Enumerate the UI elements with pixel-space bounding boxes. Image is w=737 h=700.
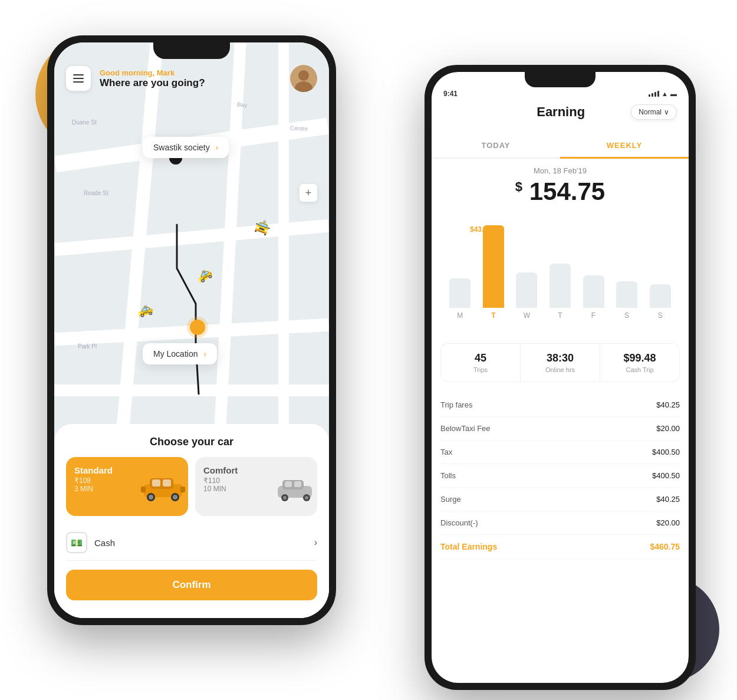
breakdown-row-tolls: Tolls $400.50 (440, 464, 680, 488)
breakdown-label-fee: BelowTaxi Fee (440, 424, 491, 433)
normal-badge-label: Normal (639, 108, 662, 116)
stat-online-value: 38:30 (527, 352, 594, 364)
bar-group-T1[interactable]: T (483, 225, 504, 320)
bar-F (583, 275, 604, 308)
breakdown-value-surge: $40.25 (656, 495, 680, 504)
tab-today[interactable]: TODAY (432, 134, 560, 157)
tabs-row: TODAY WEEKLY (432, 134, 689, 159)
car-comfort-name: Comfort (203, 465, 309, 475)
bar-T1 (483, 225, 504, 308)
chart-bars: M T W T F (443, 231, 677, 320)
svg-point-20 (305, 496, 308, 499)
bar-T2 (550, 264, 571, 308)
confirm-button[interactable]: Confirm (66, 570, 317, 600)
normal-badge[interactable]: Normal ∨ (631, 104, 677, 120)
zoom-button[interactable]: + (300, 184, 317, 202)
phones-container: Duane St Reade St Park Pl Bay Centre Swa… (47, 18, 696, 690)
location-top-arrow: › (216, 143, 219, 152)
location-card-top[interactable]: Swastik society › (143, 137, 229, 158)
signal-bar-1 (649, 94, 650, 97)
menu-button[interactable] (66, 66, 91, 91)
stats-row: 45 Trips 38:30 Online hrs $99.48 Cash Tr… (440, 343, 680, 382)
svg-rect-16 (294, 481, 301, 487)
svg-rect-5 (152, 479, 160, 487)
stat-trips: 45 Trips (441, 344, 521, 382)
bar-M (449, 278, 471, 308)
breakdown-label-total: Total Earnings (440, 542, 497, 551)
breakdown-label-discount: Discount(-) (440, 518, 478, 527)
bar-group-W: W (516, 272, 537, 320)
breakdown-label-tax: Tax (440, 448, 452, 456)
breakdown-label-surge: Surge (440, 495, 461, 504)
bar-day-S2: S (658, 311, 663, 320)
bar-day-S1: S (624, 311, 629, 320)
battery-icon: ▬ (670, 90, 677, 97)
signal-bar-3 (654, 92, 656, 97)
breakdown-label-tolls: Tolls (440, 471, 456, 480)
bar-S2 (650, 284, 671, 308)
svg-point-1 (298, 70, 309, 81)
chevron-down-icon: ∨ (664, 108, 669, 116)
car-standard-emoji (138, 472, 188, 511)
svg-rect-11 (141, 487, 146, 492)
bar-W (516, 272, 537, 308)
svg-rect-6 (163, 479, 171, 487)
breakdown-row-discount: Discount(-) $20.00 (440, 511, 680, 535)
menu-line-2 (73, 78, 84, 79)
header-text: Good morning, Mark Where are you going? (91, 68, 290, 89)
date-section: Mon, 18 Feb'19 $ 154.75 (443, 166, 677, 206)
breakdown-row-fares: Trip fares $40.25 (440, 393, 680, 417)
svg-point-18 (283, 496, 287, 499)
car-options: Standard ₹108 3 MIN (66, 457, 317, 516)
cash-icon: 💵 (66, 532, 87, 553)
breakdown-value-tolls: $400.50 (652, 471, 680, 480)
stat-trips-value: 45 (447, 352, 514, 364)
stat-cash-label: Cash Trip (606, 366, 673, 373)
user-avatar[interactable] (290, 65, 317, 92)
signal-bars (649, 91, 659, 97)
breakdown-value-fares: $40.25 (656, 400, 680, 409)
bar-group-S2: S (650, 284, 671, 320)
phone2-frame: 9:41 ▲ ▬ Earning Normal (425, 65, 696, 690)
signal-bar-4 (657, 91, 659, 97)
payment-row[interactable]: 💵 Cash › (66, 525, 317, 561)
breakdown-value-discount: $20.00 (656, 518, 680, 527)
svg-rect-15 (285, 481, 292, 487)
stat-cash: $99.48 Cash Trip (600, 344, 679, 382)
svg-rect-12 (180, 487, 185, 492)
breakdown-row-tax: Tax $400.50 (440, 441, 680, 464)
breakdown-table: Trip fares $40.25 BelowTaxi Fee $20.00 T… (440, 393, 680, 559)
user-name: Mark (157, 68, 175, 77)
amount-large: $ 154.75 (443, 178, 677, 206)
car-option-standard[interactable]: Standard ₹108 3 MIN (66, 457, 188, 516)
choose-car-title: Choose your car (66, 436, 317, 448)
status-time: 9:41 (443, 90, 458, 98)
stat-online: 38:30 Online hrs (521, 344, 600, 382)
breakdown-value-total: $460.75 (650, 542, 680, 551)
earning-header: Earning Normal ∨ (432, 104, 689, 120)
breakdown-row-fee: BelowTaxi Fee $20.00 (440, 417, 680, 441)
tab-weekly[interactable]: WEEKLY (560, 134, 689, 159)
bar-group-S1: S (616, 281, 637, 320)
stat-trips-label: Trips (447, 366, 514, 373)
location-top-text: Swastik society (153, 143, 210, 152)
cash-label: Cash (94, 538, 115, 548)
where-going-text: Where are you going? (100, 77, 290, 89)
location-card-bottom[interactable]: My Location › (143, 343, 217, 364)
bar-day-T2: T (558, 311, 562, 320)
map-pin-destination (190, 320, 205, 335)
phone1-screen: Duane St Reade St Park Pl Bay Centre Swa… (54, 42, 329, 618)
phone1-header: Good morning, Mark Where are you going? (66, 65, 317, 92)
greeting-prefix: Good morning, (100, 68, 154, 77)
stat-cash-value: $99.48 (606, 352, 673, 364)
car-comfort-emoji (273, 475, 317, 511)
car-option-comfort[interactable]: Comfort ₹110 10 MIN (195, 457, 317, 516)
payment-arrow: › (314, 537, 317, 548)
breakdown-value-tax: $400.50 (652, 448, 680, 456)
bottom-panel: Choose your car Standard ₹108 3 MIN (54, 424, 329, 618)
phone2-notch (525, 72, 595, 87)
menu-line-3 (73, 81, 84, 83)
payment-left: 💵 Cash (66, 532, 115, 553)
breakdown-label-fares: Trip fares (440, 400, 472, 409)
bar-group-T2: T (550, 264, 571, 320)
